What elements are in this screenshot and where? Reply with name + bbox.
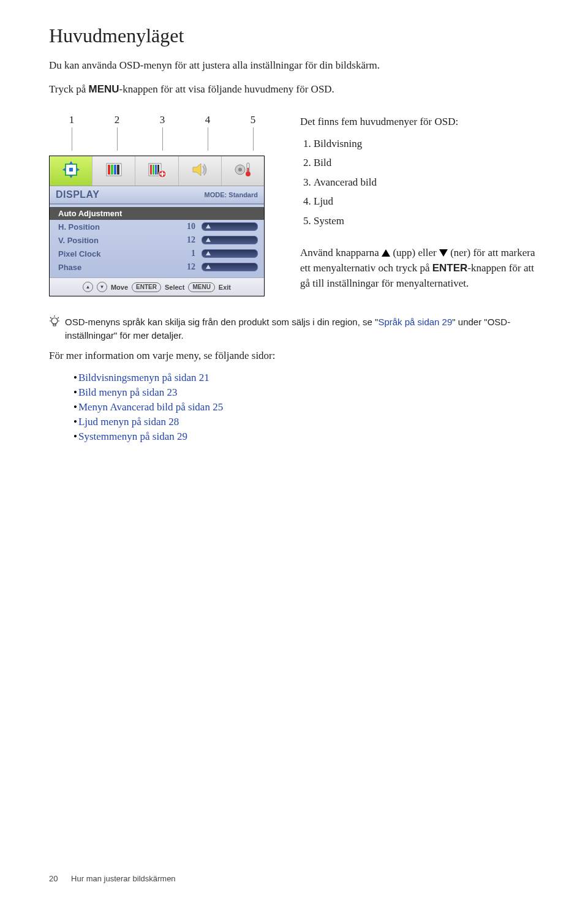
triangle-up-icon [382,249,390,257]
right-intro: Det finns fem huvudmenyer för OSD: [300,114,545,130]
osd-row-value: 10 [177,222,195,232]
osd-tab-display[interactable] [50,156,92,186]
text-up: (upp) eller [390,247,439,258]
osd-panel: DISPLAY MODE: Standard Auto Adjustment H… [49,156,265,296]
intro2-a: Tryck på [49,83,89,95]
links-list: Bildvisningsmenyn på sidan 21 Bild menyn… [74,372,545,443]
svg-rect-5 [114,165,116,175]
down-key-icon: ▼ [97,282,107,292]
more-info: För mer information om varje meny, se fö… [49,348,545,364]
color-bars-plus-icon [146,159,167,183]
link-item[interactable]: Ljud menyn på sidan 28 [74,416,545,428]
right-paragraph: Använd knapparna (upp) eller (ner) för a… [300,246,545,291]
svg-rect-3 [108,165,110,175]
slider-icon[interactable] [202,222,258,231]
link-item[interactable]: Menyn Avancerad bild på sidan 25 [74,401,545,413]
menu-key-label: MENU [89,83,119,95]
osd-tabs [50,156,264,186]
osd-mode: MODE: Standard [205,191,258,198]
svg-rect-4 [111,165,113,175]
osd-body: Auto Adjustment H. Position 10 V. Positi… [50,205,264,277]
svg-rect-10 [155,165,157,175]
osd-tab-picture-advanced[interactable] [135,156,178,186]
footer-select: Select [165,284,184,291]
footer-section: Hur man justerar bildskärmen [71,874,176,883]
speaker-icon [189,159,210,183]
callout-4: 4 [205,114,211,126]
svg-rect-9 [153,165,154,175]
osd-tab-system[interactable] [222,156,264,186]
osd-row-value: 1 [177,249,195,258]
callout-3: 3 [160,114,165,126]
slider-icon[interactable] [202,249,258,258]
link-item[interactable]: Systemmenyn på sidan 29 [74,431,545,443]
arrows-move-icon [61,159,81,183]
page-number: 20 [49,874,58,883]
lightbulb-icon [49,315,60,333]
tip-text-a: OSD-menyns språk kan skilja sig från den… [65,317,378,327]
intro-paragraph-2: Tryck på MENU-knappen för att visa följa… [49,82,545,97]
page-title: Huvudmenyläget [49,24,545,47]
osd-row-phase[interactable]: Phase 12 [50,260,264,274]
osd-row-pixelclock[interactable]: Pixel Clock 1 [50,247,264,260]
slider-icon[interactable] [202,263,258,271]
list-item: Ljud [314,194,545,209]
footer-exit: Exit [219,284,231,291]
osd-title: DISPLAY [56,189,99,200]
intro-paragraph-1: Du kan använda OSD-menyn för att justera… [49,58,545,73]
svg-rect-17 [247,168,249,174]
link-item[interactable]: Bildvisningsmenyn på sidan 21 [74,372,545,384]
svg-point-18 [51,318,58,324]
svg-rect-1 [69,168,73,171]
slider-icon[interactable] [202,236,258,244]
osd-row-auto-adjustment[interactable]: Auto Adjustment [50,207,264,220]
osd-row-vposition[interactable]: V. Position 12 [50,233,264,247]
svg-rect-6 [117,165,119,175]
enter-key-label: ENTER [432,262,468,274]
text-a: Använd knapparna [300,247,382,258]
osd-row-label: Phase [58,263,177,272]
callout-numbers: 1 2 3 4 5 [49,114,276,151]
list-item: System [314,213,545,229]
osd-tab-picture[interactable] [92,156,135,186]
osd-footer: ▲ ▼ Move ENTER Select MENU Exit [50,277,264,296]
menu-key-icon: MENU [188,282,214,292]
tip-block: OSD-menyns språk kan skilja sig från den… [49,315,545,342]
osd-tab-audio[interactable] [179,156,222,186]
svg-point-14 [238,168,242,171]
tip-link[interactable]: Språk på sidan 29 [378,317,452,327]
osd-header: DISPLAY MODE: Standard [50,186,264,205]
osd-row-value: 12 [177,235,195,245]
up-key-icon: ▲ [83,282,93,292]
osd-row-value: 12 [177,262,195,272]
page-footer: 20 Hur man justerar bildskärmen [49,874,176,883]
list-item: Bild [314,155,545,171]
osd-row-hposition[interactable]: H. Position 10 [50,220,264,233]
gear-thermo-icon [232,159,253,183]
callout-5: 5 [251,114,256,126]
callout-2: 2 [115,114,120,126]
list-item: Bildvisning [314,136,545,152]
osd-row-label: V. Position [58,236,177,245]
callout-1: 1 [69,114,75,126]
intro2-b: -knappen för att visa följande huvudmeny… [119,83,334,95]
enter-key-icon: ENTER [132,282,161,292]
svg-rect-8 [150,165,152,175]
osd-row-label: Pixel Clock [58,249,177,258]
footer-move: Move [111,284,128,291]
triangle-down-icon [439,249,448,257]
list-item: Avancerad bild [314,175,545,190]
osd-row-label: H. Position [58,222,177,232]
link-item[interactable]: Bild menyn på sidan 23 [74,386,545,399]
osd-row-label: Auto Adjustment [58,209,258,218]
color-bars-icon [104,159,124,183]
menu-list: Bildvisning Bild Avancerad bild Ljud Sys… [300,136,545,229]
